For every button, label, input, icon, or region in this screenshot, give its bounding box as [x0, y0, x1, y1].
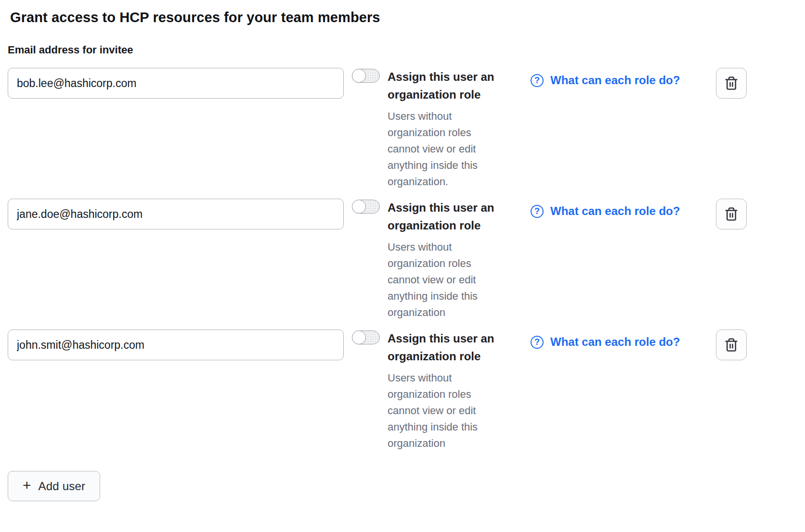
delete-row-button[interactable] — [716, 68, 747, 99]
add-user-label: Add user — [39, 480, 86, 493]
role-toggle-description: Users without organization roles cannot … — [388, 108, 508, 190]
delete-row-button[interactable] — [716, 199, 747, 229]
trash-icon — [724, 338, 739, 352]
help-icon: ? — [531, 336, 544, 349]
help-icon: ? — [531, 205, 544, 218]
invite-row: Assign this user an organization role Us… — [8, 199, 797, 321]
role-toggle-label: Assign this user an organization role — [388, 329, 508, 365]
trash-icon — [724, 207, 739, 221]
help-icon: ? — [531, 74, 544, 87]
role-help-link[interactable]: ? What can each role do? — [531, 74, 680, 87]
role-toggle-text: Assign this user an organization role Us… — [388, 329, 508, 452]
add-user-button[interactable]: + Add user — [8, 471, 100, 501]
role-help-link[interactable]: ? What can each role do? — [531, 204, 680, 218]
page-title: Grant access to HCP resources for your t… — [10, 10, 797, 25]
email-input[interactable] — [8, 199, 344, 229]
organization-role-toggle[interactable] — [352, 330, 380, 344]
role-toggle-description: Users without organization roles cannot … — [388, 370, 508, 452]
role-help-link-label: What can each role do? — [550, 74, 680, 87]
role-help-link-label: What can each role do? — [550, 335, 680, 349]
role-toggle-label: Assign this user an organization role — [388, 199, 508, 234]
trash-icon — [724, 76, 739, 90]
toggle-knob-icon — [352, 69, 366, 83]
organization-role-toggle[interactable] — [352, 69, 380, 83]
role-toggle-text: Assign this user an organization role Us… — [388, 199, 508, 321]
role-toggle-text: Assign this user an organization role Us… — [388, 68, 508, 190]
invite-row: Assign this user an organization role Us… — [8, 329, 797, 452]
email-input[interactable] — [8, 68, 344, 99]
toggle-knob-icon — [352, 200, 366, 214]
role-help-link-label: What can each role do? — [550, 204, 680, 218]
plus-icon: + — [23, 478, 31, 493]
invite-row: Assign this user an organization role Us… — [8, 68, 797, 190]
role-toggle-label: Assign this user an organization role — [388, 68, 508, 103]
delete-row-button[interactable] — [716, 329, 747, 360]
toggle-knob-icon — [352, 330, 366, 344]
role-help: ? What can each role do? — [531, 74, 716, 87]
role-help: ? What can each role do? — [531, 204, 716, 218]
invite-users-panel: Grant access to HCP resources for your t… — [0, 0, 805, 530]
organization-role-toggle[interactable] — [352, 200, 380, 214]
role-toggle-description: Users without organization roles cannot … — [388, 239, 508, 321]
role-help-link[interactable]: ? What can each role do? — [531, 335, 680, 349]
email-input[interactable] — [8, 329, 344, 360]
email-field-label: Email address for invitee — [8, 44, 797, 56]
role-help: ? What can each role do? — [531, 335, 716, 349]
